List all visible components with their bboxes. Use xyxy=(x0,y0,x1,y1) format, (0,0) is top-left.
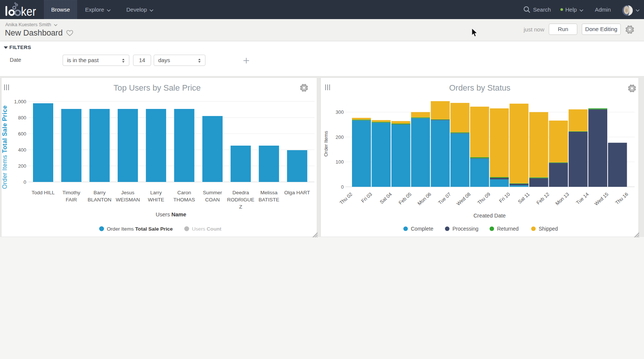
svg-text:Summer: Summer xyxy=(203,190,222,195)
svg-text:BATISTE: BATISTE xyxy=(259,197,279,203)
svg-text:600: 600 xyxy=(18,131,26,137)
svg-text:Feb 05: Feb 05 xyxy=(397,191,412,206)
svg-text:Olga HART: Olga HART xyxy=(284,190,310,195)
svg-text:Orders by Status: Orders by Status xyxy=(449,83,511,92)
svg-text:Larry: Larry xyxy=(150,190,162,195)
svg-text:Thu 02: Thu 02 xyxy=(338,191,353,206)
svg-text:Thu 09: Thu 09 xyxy=(476,191,491,206)
svg-text:Users Count: Users Count xyxy=(192,226,222,232)
svg-text:Tue 07: Tue 07 xyxy=(437,191,452,206)
svg-text:Sat 11: Sat 11 xyxy=(517,191,531,205)
svg-text:WHITE: WHITE xyxy=(148,197,164,203)
svg-text:Created Date: Created Date xyxy=(473,213,506,219)
svg-text:Sat 04: Sat 04 xyxy=(379,191,393,205)
svg-text:WEISMAN: WEISMAN xyxy=(116,197,140,203)
svg-text:Deedra: Deedra xyxy=(232,190,249,195)
svg-text:0: 0 xyxy=(341,184,344,190)
svg-text:Tue 14: Tue 14 xyxy=(575,191,590,206)
svg-text:Caron: Caron xyxy=(177,190,191,195)
svg-text:Complete: Complete xyxy=(411,226,433,232)
svg-text:0: 0 xyxy=(24,179,26,185)
svg-text:Fri 03: Fri 03 xyxy=(360,191,373,204)
svg-text:Fri 10: Fri 10 xyxy=(498,191,511,204)
svg-text:ker: ker xyxy=(21,4,36,18)
svg-text:Returned: Returned xyxy=(497,226,519,232)
svg-text:Mon 13: Mon 13 xyxy=(554,191,570,206)
svg-text:800: 800 xyxy=(18,115,26,121)
svg-text:Order Items: Order Items xyxy=(323,131,329,156)
svg-text:Shipped: Shipped xyxy=(539,226,558,232)
svg-text:300: 300 xyxy=(335,109,344,115)
svg-text:100: 100 xyxy=(335,159,344,165)
svg-text:Todd HILL: Todd HILL xyxy=(31,190,55,195)
svg-text:RODRIGUE: RODRIGUE xyxy=(227,197,255,203)
svg-text:Top Users by Sale Price: Top Users by Sale Price xyxy=(114,83,201,92)
svg-text:Wed 15: Wed 15 xyxy=(593,191,610,207)
svg-text:Processing: Processing xyxy=(452,226,478,232)
svg-text:COAN: COAN xyxy=(205,197,220,203)
svg-text:Feb 12: Feb 12 xyxy=(535,191,550,206)
svg-text:Z: Z xyxy=(239,204,242,210)
svg-text:THOMAS: THOMAS xyxy=(174,197,195,203)
svg-text:Jesus: Jesus xyxy=(121,190,135,195)
svg-text:Thu 16: Thu 16 xyxy=(614,191,629,206)
svg-text:200: 200 xyxy=(335,134,344,140)
svg-text:Order Items Total Sale Price: Order Items Total Sale Price xyxy=(107,226,173,232)
svg-text:Order Items Total Sale Price: Order Items Total Sale Price xyxy=(1,105,8,189)
svg-text:Users Name: Users Name xyxy=(156,212,186,217)
svg-text:BLANTON: BLANTON xyxy=(88,197,112,203)
svg-text:Mon 06: Mon 06 xyxy=(416,191,432,206)
svg-text:400: 400 xyxy=(18,147,26,153)
svg-text:200: 200 xyxy=(18,163,26,169)
svg-text:Barry: Barry xyxy=(93,190,106,195)
svg-text:FAIR: FAIR xyxy=(66,197,77,203)
svg-text:Timothy: Timothy xyxy=(63,190,81,195)
svg-text:Melissa: Melissa xyxy=(261,190,278,195)
svg-text:1,000: 1,000 xyxy=(14,99,26,104)
svg-text:Wed 08: Wed 08 xyxy=(455,191,472,207)
